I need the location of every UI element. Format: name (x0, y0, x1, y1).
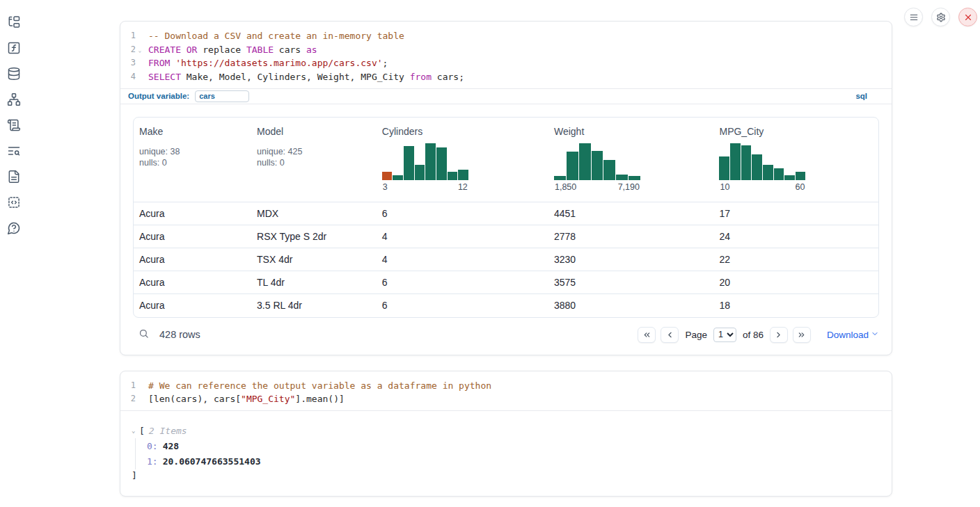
sidebar-help-button[interactable] (6, 220, 22, 236)
sidebar-function-square-button[interactable] (6, 40, 22, 56)
table-cell: 6 (377, 208, 548, 219)
fold-chevron-icon (136, 70, 144, 84)
histogram-min-label: 3 (383, 182, 388, 192)
shutdown-button[interactable] (958, 8, 977, 26)
table-footer: 428 rows Page 1 of 86 Download (133, 318, 879, 355)
sidebar-database-button[interactable] (6, 65, 22, 82)
code-text: [len(cars), cars["MPG_City"].mean()] (144, 392, 345, 406)
histogram-bar (579, 143, 591, 180)
table-cell: 24 (713, 231, 878, 242)
histogram-bar (730, 143, 741, 180)
histogram-bar (382, 172, 393, 180)
table-row[interactable]: Acura3.5 RL 4dr6388018 (134, 294, 878, 317)
code-line: 2[len(cars), cars["MPG_City"].mean()] (120, 392, 892, 406)
python-code-editor[interactable]: 1# We can reference the output variable … (120, 371, 892, 410)
column-name: Cylinders (382, 126, 543, 137)
tree-items-count: 2 Items (149, 426, 187, 436)
dependency-graph-icon (7, 92, 21, 106)
sql-code-editor[interactable]: 1-- Download a CSV and create an in-memo… (120, 22, 892, 88)
table-row[interactable]: AcuraTSX 4dr4323022 (134, 248, 878, 271)
line-number: 1 (120, 379, 136, 393)
table-row[interactable]: AcuraRSX Type S 2dr4277824 (134, 225, 878, 248)
column-header-cylinders[interactable]: Cylinders312 (377, 118, 548, 192)
cars-table: Makeunique: 38nulls: 0Modelunique: 425nu… (133, 117, 879, 318)
fold-chevron-icon (136, 392, 144, 406)
column-histogram: 312 (382, 143, 468, 192)
histogram-bar (774, 168, 784, 180)
prev-page-button[interactable] (661, 327, 679, 343)
database-icon (7, 67, 21, 81)
table-row[interactable]: AcuraTL 4dr6357520 (134, 271, 878, 294)
table-cell: 3575 (548, 277, 714, 288)
row-count: 428 rows (159, 329, 200, 340)
fold-chevron-icon (136, 29, 144, 43)
code-line: 1# We can reference the output variable … (120, 379, 892, 393)
sql-output-area: Makeunique: 38nulls: 0Modelunique: 425nu… (120, 104, 892, 355)
close-icon (963, 13, 973, 22)
sidebar-dependency-graph-button[interactable] (6, 91, 22, 108)
language-badge: sql (855, 92, 867, 100)
topbar-actions (904, 8, 977, 26)
pagination: Page 1 of 86 Download (638, 327, 879, 343)
gear-icon (936, 13, 946, 22)
histogram-bar (404, 146, 414, 180)
sidebar-logs-search-button[interactable] (6, 143, 22, 159)
histogram-min-label: 1,850 (555, 182, 576, 192)
table-cell: 3.5 RL 4dr (251, 300, 377, 311)
line-number: 2 (120, 392, 136, 406)
logs-search-icon (7, 144, 21, 158)
tree-root-row: ⌄ [ 2 Items (132, 423, 880, 438)
code-text: SELECT Make, Model, Cylinders, Weight, M… (144, 70, 464, 84)
tree-entry-key: 1: (147, 456, 158, 467)
sidebar-file-tree-button[interactable] (6, 14, 22, 31)
table-cell: 3880 (548, 300, 714, 311)
code-text: -- Download a CSV and create an in-memor… (144, 29, 404, 43)
column-header-mpg_city[interactable]: MPG_City1060 (713, 118, 878, 192)
sidebar-snippets-button[interactable] (6, 194, 22, 211)
last-page-button[interactable] (793, 327, 811, 343)
column-name: Model (257, 126, 371, 137)
histogram-bar (603, 160, 615, 180)
code-text: CREATE OR replace TABLE cars as (144, 43, 317, 57)
next-page-button[interactable] (770, 327, 788, 343)
histogram-max-label: 60 (796, 182, 805, 192)
code-text: # We can reference the output variable a… (144, 379, 491, 393)
tree-collapse-caret[interactable]: ⌄ (132, 427, 139, 434)
first-page-button[interactable] (638, 327, 656, 343)
table-row[interactable]: AcuraMDX6445117 (134, 202, 878, 225)
sidebar-documentation-button[interactable] (6, 168, 22, 185)
output-variable-input[interactable] (195, 90, 249, 102)
table-cell: Acura (134, 254, 251, 265)
page-select[interactable]: 1 (713, 328, 736, 342)
download-button[interactable]: Download (827, 330, 879, 340)
table-cell: 18 (713, 300, 878, 311)
settings-button[interactable] (931, 8, 950, 26)
column-header-make[interactable]: Makeunique: 38nulls: 0 (134, 118, 251, 169)
histogram-bar (448, 172, 458, 180)
table-cell: Acura (134, 231, 251, 242)
line-number: 1 (120, 29, 136, 43)
snippets-icon (7, 195, 21, 209)
histogram-bar (393, 175, 403, 180)
histogram-max-label: 12 (458, 182, 468, 192)
code-text: FROM 'https://datasets.marimo.app/cars.c… (144, 56, 388, 70)
column-header-model[interactable]: Modelunique: 425nulls: 0 (251, 118, 377, 169)
file-tree-icon (7, 15, 21, 29)
column-name: MPG_City (719, 126, 872, 137)
tree-entry-value: 20.060747663551403 (163, 456, 261, 467)
sidebar-scratchpad-button[interactable] (6, 117, 22, 134)
line-number: 3 (120, 56, 136, 70)
column-histogram: 1060 (719, 143, 805, 192)
fold-chevron-icon (136, 56, 144, 70)
page-total-label: of 86 (743, 330, 764, 340)
hamburger-icon (909, 13, 919, 22)
tree-open-bracket: [ (139, 426, 145, 436)
fold-chevron-icon[interactable]: ⌄ (136, 43, 144, 57)
column-header-weight[interactable]: Weight1,8507,190 (548, 118, 714, 192)
output-variable-row: Output variable: sql (120, 88, 892, 104)
fold-chevron-icon (136, 379, 144, 393)
histogram-bar (752, 154, 762, 180)
download-label: Download (827, 330, 869, 340)
menu-button[interactable] (904, 8, 923, 26)
search-icon[interactable] (139, 328, 149, 341)
